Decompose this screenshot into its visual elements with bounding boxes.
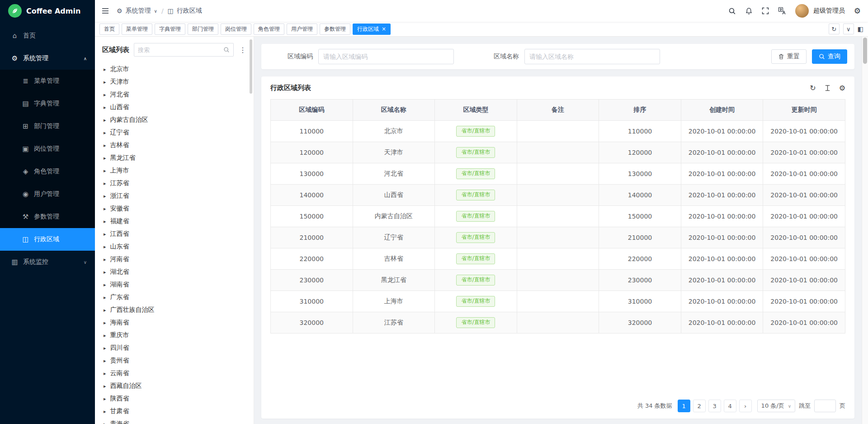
caret-right-icon[interactable]: ▸	[104, 409, 106, 414]
sidebar-item-dept[interactable]: ⊞部门管理	[0, 115, 95, 138]
caret-right-icon[interactable]: ▸	[104, 155, 106, 161]
tree-item[interactable]: ▸湖南省	[95, 278, 254, 291]
page-button-2[interactable]: 2	[693, 400, 706, 412]
caret-right-icon[interactable]: ▸	[104, 117, 106, 123]
tab-post[interactable]: 岗位管理	[221, 24, 251, 35]
search-button[interactable]: 查询	[812, 49, 847, 64]
search-icon[interactable]	[728, 7, 736, 15]
fullscreen-icon[interactable]	[762, 7, 769, 14]
user-avatar[interactable]	[795, 4, 809, 18]
caret-right-icon[interactable]: ▸	[104, 282, 106, 288]
caret-right-icon[interactable]: ▸	[104, 257, 106, 262]
refresh-icon[interactable]: ↻	[810, 84, 816, 92]
tab-home[interactable]: 首页	[99, 24, 119, 35]
caret-right-icon[interactable]: ▸	[104, 421, 106, 424]
tree-item[interactable]: ▸湖北省	[95, 266, 254, 278]
caret-right-icon[interactable]: ▸	[104, 244, 106, 250]
sidebar-item-post[interactable]: ▣岗位管理	[0, 138, 95, 160]
tree-item[interactable]: ▸上海市	[95, 164, 254, 177]
caret-right-icon[interactable]: ▸	[104, 206, 106, 212]
refresh-tabs-icon[interactable]: ↻	[829, 24, 840, 34]
tree-item[interactable]: ▸江西省	[95, 228, 254, 240]
collapse-sidebar-icon[interactable]	[101, 7, 109, 15]
caret-right-icon[interactable]: ▸	[104, 396, 106, 402]
tree-item[interactable]: ▸青海省	[95, 418, 254, 424]
tree-item[interactable]: ▸海南省	[95, 316, 254, 329]
search-icon[interactable]	[223, 47, 230, 53]
caret-right-icon[interactable]: ▸	[104, 219, 106, 224]
caret-right-icon[interactable]: ▸	[104, 92, 106, 98]
tree-item[interactable]: ▸内蒙古自治区	[95, 114, 254, 126]
tree-item[interactable]: ▸福建省	[95, 215, 254, 228]
tab-param[interactable]: 参数管理	[320, 24, 350, 35]
tree-item[interactable]: ▸陕西省	[95, 392, 254, 405]
tree-search-input[interactable]	[138, 47, 221, 53]
sidebar-item-region[interactable]: ◫行政区域	[0, 228, 95, 251]
page-size-select[interactable]: 10 条/页 ∨	[757, 400, 795, 412]
tree-item[interactable]: ▸河南省	[95, 253, 254, 266]
settings-gear-icon[interactable]: ⚙	[854, 6, 861, 15]
caret-right-icon[interactable]: ▸	[104, 79, 106, 85]
tree-item[interactable]: ▸甘肃省	[95, 405, 254, 418]
more-options-icon[interactable]: ⋮	[238, 46, 247, 54]
tree-item[interactable]: ▸广西壮族自治区	[95, 304, 254, 316]
tree-item[interactable]: ▸天津市	[95, 76, 254, 88]
next-page-button[interactable]: ›	[739, 400, 752, 412]
column-settings-icon[interactable]: ⚙	[839, 84, 845, 92]
tree-item[interactable]: ▸江苏省	[95, 177, 254, 190]
caret-right-icon[interactable]: ▸	[104, 181, 106, 186]
tree-item[interactable]: ▸贵州省	[95, 354, 254, 367]
tree-item[interactable]: ▸云南省	[95, 367, 254, 380]
tree-item[interactable]: ▸辽宁省	[95, 126, 254, 139]
tab-dict[interactable]: 字典管理	[155, 24, 185, 35]
caret-right-icon[interactable]: ▸	[104, 307, 106, 313]
tree-item[interactable]: ▸四川省	[95, 342, 254, 354]
tree-item[interactable]: ▸西藏自治区	[95, 380, 254, 392]
caret-right-icon[interactable]: ▸	[104, 130, 106, 136]
tree-item[interactable]: ▸山东省	[95, 240, 254, 253]
caret-right-icon[interactable]: ▸	[104, 345, 106, 351]
tree-item[interactable]: ▸浙江省	[95, 190, 254, 202]
translate-icon[interactable]	[778, 7, 786, 15]
caret-right-icon[interactable]: ▸	[104, 320, 106, 326]
caret-right-icon[interactable]: ▸	[104, 67, 106, 72]
region-name-input[interactable]	[524, 49, 660, 64]
caret-right-icon[interactable]: ▸	[104, 295, 106, 300]
caret-right-icon[interactable]: ▸	[104, 269, 106, 275]
jump-page-input[interactable]	[814, 400, 836, 412]
caret-right-icon[interactable]: ▸	[104, 358, 106, 364]
breadcrumb-section[interactable]: 系统管理	[126, 7, 151, 15]
region-code-input[interactable]	[318, 49, 454, 64]
tab-region[interactable]: 行政区域×	[353, 24, 391, 35]
sidebar-item-system[interactable]: ⚙系统管理∧	[0, 47, 95, 70]
notification-bell-icon[interactable]	[745, 7, 753, 15]
caret-right-icon[interactable]: ▸	[104, 383, 106, 389]
tree-item[interactable]: ▸广东省	[95, 291, 254, 304]
caret-right-icon[interactable]: ▸	[104, 333, 106, 338]
caret-right-icon[interactable]: ▸	[104, 193, 106, 199]
tree-item[interactable]: ▸北京市	[95, 63, 254, 76]
caret-right-icon[interactable]: ▸	[104, 168, 106, 174]
close-tab-icon[interactable]: ×	[382, 26, 386, 32]
tab-role[interactable]: 角色管理	[254, 24, 284, 35]
tree-item[interactable]: ▸重庆市	[95, 329, 254, 342]
tree-scrollbar-thumb[interactable]	[250, 39, 252, 94]
sidebar-item-user[interactable]: ◉用户管理	[0, 183, 95, 205]
tree-item[interactable]: ▸安徽省	[95, 202, 254, 215]
page-scrollbar[interactable]	[862, 37, 868, 424]
tree-scrollbar[interactable]	[250, 39, 252, 419]
tab-dept[interactable]: 部门管理	[188, 24, 218, 35]
page-scrollbar-thumb[interactable]	[863, 38, 867, 64]
caret-right-icon[interactable]: ▸	[104, 105, 106, 110]
page-button-1[interactable]: 1	[678, 400, 690, 412]
page-button-4[interactable]: 4	[724, 400, 736, 412]
sidebar-item-home[interactable]: ⌂首页	[0, 24, 95, 47]
username[interactable]: 超级管理员	[813, 7, 845, 15]
tab-user[interactable]: 用户管理	[287, 24, 317, 35]
tree-item[interactable]: ▸黑龙江省	[95, 152, 254, 164]
tab-menu[interactable]: 菜单管理	[122, 24, 152, 35]
tree-item[interactable]: ▸河北省	[95, 88, 254, 101]
tree-item[interactable]: ▸山西省	[95, 101, 254, 114]
caret-right-icon[interactable]: ▸	[104, 371, 106, 376]
tab-actions-chevron-icon[interactable]: ∨	[843, 24, 854, 34]
